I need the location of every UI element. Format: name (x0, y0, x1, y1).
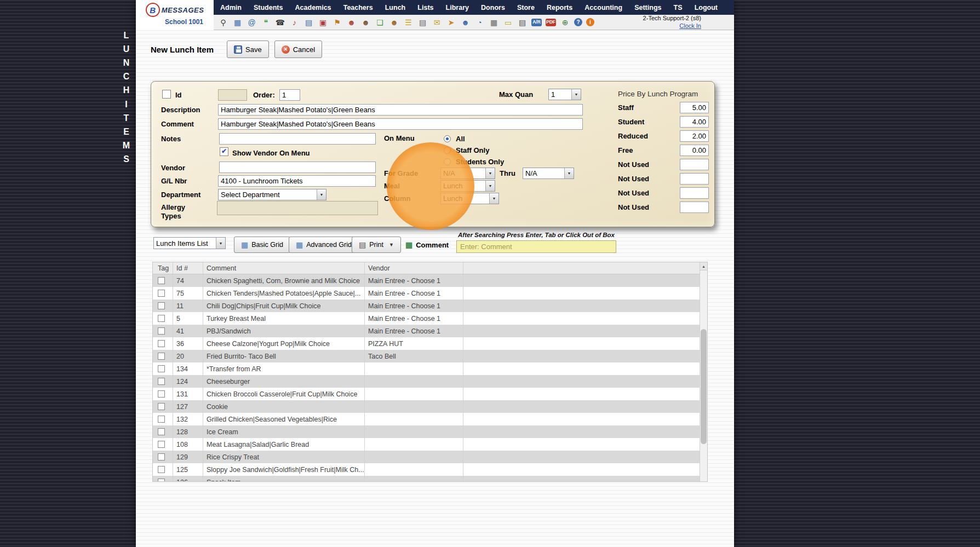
lunch-items-list-select[interactable]: Lunch Items List ▼ (153, 237, 226, 249)
notepad-icon[interactable]: ▤ (417, 17, 428, 27)
person-blue-icon[interactable]: ☻ (460, 17, 471, 27)
row-tag-checkbox[interactable] (158, 466, 165, 473)
row-tag-checkbox[interactable] (158, 353, 165, 360)
table-row[interactable]: 128 Ice Cream (153, 425, 707, 438)
person-red-icon[interactable]: ☻ (346, 17, 357, 27)
vendor-input[interactable] (219, 162, 376, 173)
row-tag-checkbox[interactable] (158, 277, 165, 284)
row-tag-checkbox[interactable] (158, 302, 165, 309)
table-row[interactable]: 127 Cookie (153, 400, 707, 413)
table-row[interactable]: 131 Chicken Broccoli Casserole|Fruit Cup… (153, 388, 707, 400)
comment-button[interactable]: Comment (405, 237, 449, 252)
send-mail-icon[interactable]: ➤ (446, 17, 456, 27)
table-row[interactable]: 5 Turkey Breast Meal Main Entree - Choos… (153, 312, 707, 325)
meal-select[interactable]: Lunch ▼ (440, 180, 495, 192)
report-icon[interactable]: ▤ (303, 17, 314, 27)
table-row[interactable]: 132 Grilled Chicken|Seasoned Vegetables|… (153, 413, 707, 425)
person-icon[interactable]: ☻ (360, 17, 371, 27)
at-email-icon[interactable]: @ (247, 17, 257, 27)
chat-icon[interactable]: ❝ (261, 17, 271, 27)
price-input[interactable] (680, 130, 709, 142)
comment-search-input[interactable] (456, 240, 616, 253)
order-input[interactable] (279, 89, 300, 101)
cancel-button[interactable]: Cancel (274, 41, 322, 58)
table-row[interactable]: 75 Chicken Tenders|Mashed Potatoes|Apple… (153, 287, 707, 300)
list-icon[interactable]: ☰ (403, 17, 414, 27)
gl-nbr-input[interactable] (218, 175, 376, 187)
comment-input[interactable] (218, 118, 583, 130)
row-tag-checkbox[interactable] (158, 479, 165, 482)
row-tag-checkbox[interactable] (158, 340, 165, 347)
row-tag-checkbox[interactable] (158, 416, 165, 423)
nav-item[interactable]: Lists (417, 4, 433, 11)
max-quan-select[interactable]: 1 ▼ (548, 89, 581, 100)
help-icon[interactable]: ? (574, 18, 582, 26)
clock-icon[interactable]: ◔ (474, 17, 485, 27)
table-row[interactable]: 125 Sloppy Joe Sandwich|Goldfish|Fresh F… (153, 463, 707, 476)
info-icon[interactable]: i (586, 18, 594, 26)
price-input[interactable] (680, 173, 709, 185)
scrollbar-thumb[interactable] (701, 329, 707, 444)
row-tag-checkbox[interactable] (158, 428, 165, 435)
nav-item[interactable]: Library (446, 4, 469, 11)
notes-input[interactable] (219, 133, 376, 145)
row-tag-checkbox[interactable] (158, 378, 165, 385)
price-input[interactable] (680, 102, 709, 113)
clock-in-link[interactable]: Clock In (679, 22, 701, 29)
globe-icon[interactable]: ⊕ (560, 17, 570, 27)
nav-item[interactable]: TS (674, 4, 683, 11)
on-menu-staff-radio[interactable] (444, 147, 451, 154)
row-tag-checkbox[interactable] (158, 390, 165, 398)
department-select[interactable]: Select Department ▼ (218, 189, 326, 200)
mobile-phone-icon[interactable]: ☎ (275, 17, 285, 27)
file-green-icon[interactable]: ❏ (375, 17, 385, 27)
scrollbar-up-arrow-icon[interactable]: ▲ (700, 262, 707, 270)
table-row[interactable]: 124 Cheeseburger (153, 375, 707, 388)
calendar-icon[interactable]: ▣ (318, 17, 328, 27)
nav-item[interactable]: Store (517, 4, 535, 11)
table-row[interactable]: 74 Chicken Spaghetti, Corn, Brownie and … (153, 274, 707, 287)
nav-item[interactable]: Accounting (584, 4, 622, 11)
megaphone-icon[interactable]: ⚑ (332, 17, 342, 27)
nav-item[interactable]: Admin (220, 4, 242, 11)
nav-item[interactable]: Students (254, 4, 283, 11)
advanced-grid-button[interactable]: Advanced Grid (289, 237, 359, 253)
description-input[interactable] (218, 104, 583, 116)
price-input[interactable] (680, 145, 709, 156)
table-row[interactable]: 126 Snack Item (153, 476, 707, 482)
for-grade-select[interactable]: N/A ▼ (440, 168, 495, 179)
table-row[interactable]: 20 Fried Burrito- Taco Bell Taco Bell (153, 350, 707, 362)
show-vendor-checkbox[interactable] (220, 147, 228, 156)
nav-item[interactable]: Reports (547, 4, 572, 11)
grid-scrollbar[interactable]: ▲ (700, 262, 707, 481)
mail-icon[interactable]: ✉ (432, 17, 442, 27)
nav-item[interactable]: Lunch (385, 4, 406, 11)
nav-item[interactable]: Settings (634, 4, 661, 11)
table-row[interactable]: 41 PBJ/Sandwich Main Entree - Choose 1 (153, 325, 707, 337)
price-input[interactable] (680, 159, 709, 170)
row-tag-checkbox[interactable] (158, 315, 165, 322)
nav-item[interactable]: Academics (295, 4, 331, 11)
search-icon[interactable]: ⚲ (218, 17, 228, 27)
row-tag-checkbox[interactable] (158, 365, 165, 372)
price-input[interactable] (680, 187, 709, 199)
save-button[interactable]: Save (227, 41, 269, 58)
price-input[interactable] (680, 201, 709, 213)
id-checkbox[interactable] (162, 90, 171, 99)
nav-item[interactable]: Logout (695, 4, 718, 11)
print-button[interactable]: Print ▼ (352, 237, 401, 253)
table-row[interactable]: 11 Chili Dog|Chips|Fruit Cup|Milk Choice… (153, 300, 707, 312)
nav-item[interactable]: Teachers (343, 4, 373, 11)
row-tag-checkbox[interactable] (158, 403, 165, 410)
pdf-icon[interactable]: PDF (546, 19, 556, 26)
printer-icon[interactable]: ▤ (517, 17, 528, 27)
table-row[interactable]: 36 Cheese Calzone|Yogurt Pop|Milk Choice… (153, 337, 707, 350)
row-tag-checkbox[interactable] (158, 441, 165, 448)
table-icon[interactable]: ▦ (489, 17, 499, 27)
row-tag-checkbox[interactable] (158, 327, 165, 335)
thru-select[interactable]: N/A ▼ (523, 168, 574, 179)
on-menu-students-radio[interactable] (444, 158, 451, 165)
table-row[interactable]: 134 *Transfer from AR (153, 362, 707, 375)
payment-card-icon[interactable]: ▭ (503, 17, 513, 27)
column-select[interactable]: Lunch ▼ (440, 193, 499, 204)
